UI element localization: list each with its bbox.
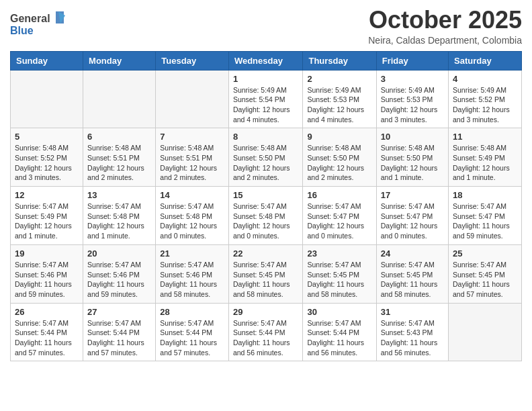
- day-info: Sunrise: 5:48 AM Sunset: 5:50 PM Dayligh…: [381, 143, 444, 183]
- calendar-cell: 12Sunrise: 5:47 AM Sunset: 5:49 PM Dayli…: [11, 187, 83, 245]
- day-info: Sunrise: 5:47 AM Sunset: 5:47 PM Dayligh…: [307, 201, 371, 241]
- calendar-cell: 9Sunrise: 5:48 AM Sunset: 5:50 PM Daylig…: [303, 128, 376, 187]
- calendar-cell: 4Sunrise: 5:49 AM Sunset: 5:52 PM Daylig…: [449, 70, 522, 128]
- day-info: Sunrise: 5:48 AM Sunset: 5:51 PM Dayligh…: [160, 143, 224, 183]
- day-number: 15: [233, 190, 299, 200]
- calendar-cell: 31Sunrise: 5:47 AM Sunset: 5:43 PM Dayli…: [376, 303, 448, 361]
- calendar-week-row: 26Sunrise: 5:47 AM Sunset: 5:44 PM Dayli…: [11, 303, 522, 361]
- day-number: 11: [453, 132, 517, 142]
- day-info: Sunrise: 5:48 AM Sunset: 5:52 PM Dayligh…: [15, 143, 79, 183]
- day-number: 21: [160, 248, 224, 259]
- calendar-cell: 10Sunrise: 5:48 AM Sunset: 5:50 PM Dayli…: [376, 128, 448, 187]
- calendar-cell: 7Sunrise: 5:48 AM Sunset: 5:51 PM Daylig…: [156, 128, 229, 187]
- calendar-cell: 21Sunrise: 5:47 AM Sunset: 5:46 PM Dayli…: [156, 244, 229, 303]
- calendar-cell: 15Sunrise: 5:47 AM Sunset: 5:48 PM Dayli…: [228, 187, 303, 245]
- day-info: Sunrise: 5:49 AM Sunset: 5:54 PM Dayligh…: [233, 85, 299, 125]
- day-info: Sunrise: 5:47 AM Sunset: 5:47 PM Dayligh…: [453, 201, 517, 241]
- day-number: 23: [307, 248, 371, 259]
- location-subtitle: Neira, Caldas Department, Colombia: [368, 35, 522, 46]
- calendar-cell: 11Sunrise: 5:48 AM Sunset: 5:49 PM Dayli…: [449, 128, 522, 187]
- day-number: 3: [381, 74, 444, 84]
- calendar-container: General Blue October 2025 Neira, Caldas …: [0, 0, 532, 371]
- day-number: 10: [381, 132, 444, 142]
- calendar-cell: 16Sunrise: 5:47 AM Sunset: 5:47 PM Dayli…: [303, 187, 376, 245]
- calendar-table: Sunday Monday Tuesday Wednesday Thursday…: [10, 51, 522, 362]
- calendar-cell: 25Sunrise: 5:47 AM Sunset: 5:45 PM Dayli…: [449, 244, 522, 303]
- calendar-cell: 29Sunrise: 5:47 AM Sunset: 5:44 PM Dayli…: [228, 303, 303, 361]
- day-info: Sunrise: 5:49 AM Sunset: 5:53 PM Dayligh…: [381, 85, 444, 125]
- day-info: Sunrise: 5:47 AM Sunset: 5:44 PM Dayligh…: [160, 318, 224, 358]
- day-number: 18: [453, 190, 517, 200]
- day-number: 19: [15, 248, 79, 259]
- day-info: Sunrise: 5:47 AM Sunset: 5:46 PM Dayligh…: [15, 260, 79, 300]
- calendar-cell: 30Sunrise: 5:47 AM Sunset: 5:44 PM Dayli…: [303, 303, 376, 361]
- day-info: Sunrise: 5:47 AM Sunset: 5:45 PM Dayligh…: [233, 260, 299, 300]
- day-number: 28: [160, 307, 224, 317]
- day-info: Sunrise: 5:47 AM Sunset: 5:44 PM Dayligh…: [307, 318, 371, 358]
- day-info: Sunrise: 5:49 AM Sunset: 5:53 PM Dayligh…: [307, 85, 371, 125]
- header-wednesday: Wednesday: [228, 51, 303, 70]
- day-number: 5: [15, 132, 79, 142]
- day-info: Sunrise: 5:48 AM Sunset: 5:50 PM Dayligh…: [233, 143, 299, 183]
- day-number: 29: [233, 307, 299, 317]
- month-title: October 2025: [368, 7, 522, 34]
- header-monday: Monday: [83, 51, 156, 70]
- calendar-cell: 19Sunrise: 5:47 AM Sunset: 5:46 PM Dayli…: [11, 244, 83, 303]
- day-number: 26: [15, 307, 79, 317]
- day-info: Sunrise: 5:47 AM Sunset: 5:49 PM Dayligh…: [15, 201, 79, 241]
- day-number: 24: [381, 248, 444, 259]
- day-number: 12: [15, 190, 79, 200]
- weekday-header-row: Sunday Monday Tuesday Wednesday Thursday…: [11, 51, 522, 70]
- day-number: 16: [307, 190, 371, 200]
- day-number: 4: [453, 74, 517, 84]
- day-info: Sunrise: 5:47 AM Sunset: 5:47 PM Dayligh…: [381, 201, 444, 241]
- header-saturday: Saturday: [449, 51, 522, 70]
- calendar-cell: 17Sunrise: 5:47 AM Sunset: 5:47 PM Dayli…: [376, 187, 448, 245]
- svg-text:General: General: [10, 13, 50, 24]
- day-number: 30: [307, 307, 371, 317]
- day-info: Sunrise: 5:47 AM Sunset: 5:45 PM Dayligh…: [381, 260, 444, 300]
- calendar-cell: 13Sunrise: 5:47 AM Sunset: 5:48 PM Dayli…: [83, 187, 156, 245]
- day-info: Sunrise: 5:49 AM Sunset: 5:52 PM Dayligh…: [453, 85, 517, 125]
- day-info: Sunrise: 5:47 AM Sunset: 5:45 PM Dayligh…: [453, 260, 517, 300]
- day-number: 25: [453, 248, 517, 259]
- day-number: 27: [87, 307, 151, 317]
- calendar-cell: 22Sunrise: 5:47 AM Sunset: 5:45 PM Dayli…: [228, 244, 303, 303]
- day-number: 31: [381, 307, 444, 317]
- day-info: Sunrise: 5:47 AM Sunset: 5:45 PM Dayligh…: [307, 260, 371, 300]
- title-area: October 2025 Neira, Caldas Department, C…: [368, 7, 522, 46]
- calendar-cell: 23Sunrise: 5:47 AM Sunset: 5:45 PM Dayli…: [303, 244, 376, 303]
- day-info: Sunrise: 5:47 AM Sunset: 5:44 PM Dayligh…: [233, 318, 299, 358]
- calendar-cell: 27Sunrise: 5:47 AM Sunset: 5:44 PM Dayli…: [83, 303, 156, 361]
- calendar-cell: 24Sunrise: 5:47 AM Sunset: 5:45 PM Dayli…: [376, 244, 448, 303]
- day-info: Sunrise: 5:48 AM Sunset: 5:51 PM Dayligh…: [87, 143, 151, 183]
- svg-text:Blue: Blue: [10, 25, 34, 36]
- day-info: Sunrise: 5:47 AM Sunset: 5:44 PM Dayligh…: [15, 318, 79, 358]
- day-info: Sunrise: 5:47 AM Sunset: 5:48 PM Dayligh…: [87, 201, 151, 241]
- calendar-cell: 26Sunrise: 5:47 AM Sunset: 5:44 PM Dayli…: [11, 303, 83, 361]
- header-thursday: Thursday: [303, 51, 376, 70]
- day-number: 17: [381, 190, 444, 200]
- day-info: Sunrise: 5:47 AM Sunset: 5:44 PM Dayligh…: [87, 318, 151, 358]
- day-number: 2: [307, 74, 371, 84]
- header-area: General Blue October 2025 Neira, Caldas …: [10, 7, 522, 46]
- calendar-cell: 5Sunrise: 5:48 AM Sunset: 5:52 PM Daylig…: [11, 128, 83, 187]
- day-info: Sunrise: 5:47 AM Sunset: 5:46 PM Dayligh…: [87, 260, 151, 300]
- day-info: Sunrise: 5:47 AM Sunset: 5:43 PM Dayligh…: [381, 318, 444, 358]
- day-number: 7: [160, 132, 224, 142]
- calendar-cell: 14Sunrise: 5:47 AM Sunset: 5:48 PM Dayli…: [156, 187, 229, 245]
- day-number: 9: [307, 132, 371, 142]
- day-info: Sunrise: 5:47 AM Sunset: 5:48 PM Dayligh…: [233, 201, 299, 241]
- calendar-cell: 6Sunrise: 5:48 AM Sunset: 5:51 PM Daylig…: [83, 128, 156, 187]
- header-friday: Friday: [376, 51, 448, 70]
- day-number: 20: [87, 248, 151, 259]
- calendar-cell: [83, 70, 156, 128]
- day-number: 13: [87, 190, 151, 200]
- day-number: 8: [233, 132, 299, 142]
- calendar-cell: 28Sunrise: 5:47 AM Sunset: 5:44 PM Dayli…: [156, 303, 229, 361]
- day-info: Sunrise: 5:48 AM Sunset: 5:49 PM Dayligh…: [453, 143, 517, 183]
- day-info: Sunrise: 5:47 AM Sunset: 5:46 PM Dayligh…: [160, 260, 224, 300]
- calendar-week-row: 12Sunrise: 5:47 AM Sunset: 5:49 PM Dayli…: [11, 187, 522, 245]
- day-number: 22: [233, 248, 299, 259]
- day-info: Sunrise: 5:47 AM Sunset: 5:48 PM Dayligh…: [160, 201, 224, 241]
